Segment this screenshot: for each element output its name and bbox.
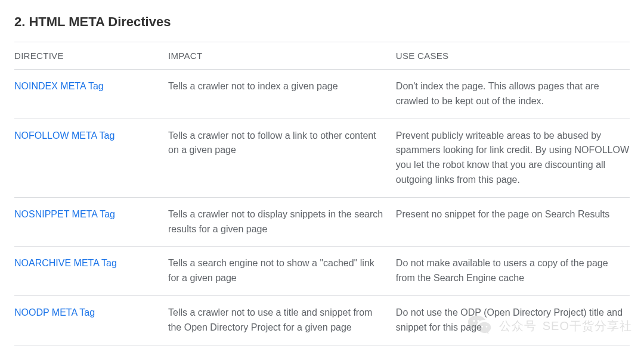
directive-link[interactable]: NOINDEX META Tag xyxy=(14,81,104,91)
impact-cell: Tells a search engine not to show a "cac… xyxy=(168,247,396,296)
table-row: NOINDEX META Tag Tells a crawler not to … xyxy=(14,70,630,119)
directive-link[interactable]: NOFOLLOW META Tag xyxy=(14,130,114,141)
use-cases-cell: Do not make available to users a copy of… xyxy=(396,247,630,296)
use-cases-cell: Prevent publicly writeable areas to be a… xyxy=(396,119,630,197)
directive-link[interactable]: NOSNIPPET META Tag xyxy=(14,209,115,219)
use-cases-cell: Present no snippet for the page on Searc… xyxy=(396,197,630,247)
header-directive: DIRECTIVE xyxy=(14,42,168,70)
use-cases-cell: Don't index the page. This allows pages … xyxy=(396,70,630,119)
table-row: NOODP META Tag Tells a crawler not to us… xyxy=(14,295,630,345)
header-impact: IMPACT xyxy=(168,42,396,70)
use-cases-cell: Do not use the ODP (Open Directory Proje… xyxy=(396,295,630,345)
impact-cell: Tells a crawler not to use a title and s… xyxy=(168,295,396,345)
impact-cell: Tells a crawler not to follow a link to … xyxy=(168,119,396,197)
table-row: NOFOLLOW META Tag Tells a crawler not to… xyxy=(14,119,630,197)
impact-cell: Tells a crawler not to display snippets … xyxy=(168,197,396,247)
meta-directives-table: DIRECTIVE IMPACT USE CASES NOINDEX META … xyxy=(14,42,630,345)
directive-link[interactable]: NOODP META Tag xyxy=(14,307,95,317)
table-header-row: DIRECTIVE IMPACT USE CASES xyxy=(14,42,630,70)
directive-link[interactable]: NOARCHIVE META Tag xyxy=(14,258,117,268)
table-row: NOSNIPPET META Tag Tells a crawler not t… xyxy=(14,197,630,247)
header-use-cases: USE CASES xyxy=(396,42,630,70)
impact-cell: Tells a crawler not to index a given pag… xyxy=(168,70,396,119)
table-row: NOARCHIVE META Tag Tells a search engine… xyxy=(14,247,630,296)
section-title: 2. HTML META Directives xyxy=(14,14,630,30)
